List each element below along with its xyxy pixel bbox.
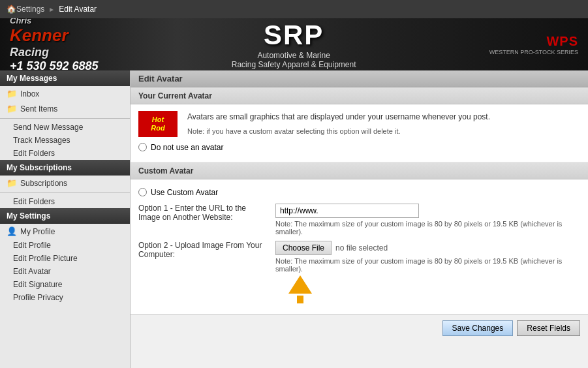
subscriptions-label: Subscriptions xyxy=(20,179,67,188)
breadcrumb: 🏠 Settings ► Edit Avatar xyxy=(0,0,588,18)
custom-avatar-section: Custom Avatar Use Custom Avatar Option 1… xyxy=(131,162,588,314)
divider xyxy=(0,192,130,193)
no-file-text: no file selected xyxy=(335,243,388,253)
banner-tagline1: Automotive & Marine xyxy=(108,51,480,60)
option2-note: Note: The maximum size of your custom im… xyxy=(275,257,580,273)
brand-name: Chris Kenner Racing xyxy=(10,18,99,59)
custom-avatar-title: Custom Avatar xyxy=(131,162,588,179)
my-profile-label: My Profile xyxy=(20,227,55,236)
sidebar-my-settings-header: My Settings xyxy=(0,208,130,224)
banner-tagline2: Racing Safety Apparel & Equipment xyxy=(108,60,480,69)
sidebar-my-subscriptions-header: My Subscriptions xyxy=(0,160,130,176)
choose-file-button[interactable]: Choose File xyxy=(275,241,332,255)
folder-icon: 📁 xyxy=(7,178,17,188)
option2-content: Choose File no file selected Note: The m… xyxy=(275,241,580,303)
sidebar-item-edit-profile-picture[interactable]: Edit Profile Picture xyxy=(0,252,130,265)
breadcrumb-settings[interactable]: Settings xyxy=(16,5,44,14)
option1-label: Option 1 - Enter the URL to the Image on… xyxy=(138,204,269,222)
sidebar-item-profile-privacy[interactable]: Profile Privacy xyxy=(0,291,130,304)
arrow-indicator xyxy=(288,275,312,294)
sidebar-item-edit-profile[interactable]: Edit Profile xyxy=(0,239,130,252)
srp-logo: SRP xyxy=(108,20,480,51)
breadcrumb-separator: ► xyxy=(48,6,55,13)
sidebar: My Messages 📁 Inbox 📁 Sent Items Send Ne… xyxy=(0,70,131,368)
avatar-note: Note: if you have a custom avatar select… xyxy=(187,126,580,138)
banner-center: SRP Automotive & Marine Racing Safety Ap… xyxy=(108,20,480,69)
banner-logo-left: Chris Kenner Racing +1 530 592 6885 xyxy=(0,18,108,70)
sidebar-item-edit-signature[interactable]: Edit Signature xyxy=(0,278,130,291)
sidebar-item-send-new-message[interactable]: Send New Message xyxy=(0,121,130,134)
use-custom-label: Use Custom Avatar xyxy=(151,188,218,197)
current-avatar-image: HotRod xyxy=(138,111,178,137)
breadcrumb-current: Edit Avatar xyxy=(59,5,97,14)
save-changes-button[interactable]: Save Changes xyxy=(442,320,514,336)
option1-note: Note: The maximum size of your custom im… xyxy=(275,220,580,236)
footer-buttons: Save Changes Reset Fields xyxy=(131,314,588,341)
sidebar-item-inbox[interactable]: 📁 Inbox xyxy=(0,86,130,101)
banner-right: WPS WESTERN PRO-STOCK SERIES xyxy=(480,29,588,61)
home-icon: 🏠 xyxy=(7,5,16,14)
sidebar-item-subscriptions[interactable]: 📁 Subscriptions xyxy=(0,176,130,191)
option1-content: Note: The maximum size of your custom im… xyxy=(275,204,580,236)
content-area: Edit Avatar Your Current Avatar HotRod A… xyxy=(131,70,588,368)
url-input[interactable] xyxy=(275,204,419,218)
inbox-label: Inbox xyxy=(20,89,39,99)
current-avatar-section: Your Current Avatar HotRod Avatars are s… xyxy=(131,87,588,162)
avatar-description: Avatars are small graphics that are disp… xyxy=(187,111,580,138)
wps-logo: WPS xyxy=(489,34,578,49)
sidebar-item-edit-avatar[interactable]: Edit Avatar xyxy=(0,265,130,278)
content-header: Edit Avatar xyxy=(131,70,588,87)
divider xyxy=(0,118,130,119)
no-avatar-radio[interactable] xyxy=(138,143,147,151)
sidebar-item-track-messages[interactable]: Track Messages xyxy=(0,134,130,147)
use-custom-avatar-radio[interactable] xyxy=(138,188,147,196)
sent-items-label: Sent Items xyxy=(20,104,57,114)
folder-icon: 📁 xyxy=(7,89,17,99)
wps-sub: WESTERN PRO-STOCK SERIES xyxy=(489,49,578,55)
sidebar-item-edit-folders2[interactable]: Edit Folders xyxy=(0,195,130,208)
no-avatar-label: Do not use an avatar xyxy=(151,143,223,152)
option2-label: Option 2 - Upload Image From Your Comput… xyxy=(138,241,269,259)
sidebar-item-sent-items[interactable]: 📁 Sent Items xyxy=(0,101,130,116)
current-avatar-title: Your Current Avatar xyxy=(131,87,588,104)
sidebar-item-my-profile[interactable]: 👤 My Profile xyxy=(0,224,130,239)
person-icon: 👤 xyxy=(7,226,17,236)
sidebar-item-edit-folders[interactable]: Edit Folders xyxy=(0,147,130,160)
banner-phone: +1 530 592 6885 xyxy=(10,59,99,70)
sidebar-my-messages-header: My Messages xyxy=(0,70,130,86)
folder-icon: 📁 xyxy=(7,104,17,114)
reset-fields-button[interactable]: Reset Fields xyxy=(517,320,580,336)
banner: Chris Kenner Racing +1 530 592 6885 SRP … xyxy=(0,18,588,70)
